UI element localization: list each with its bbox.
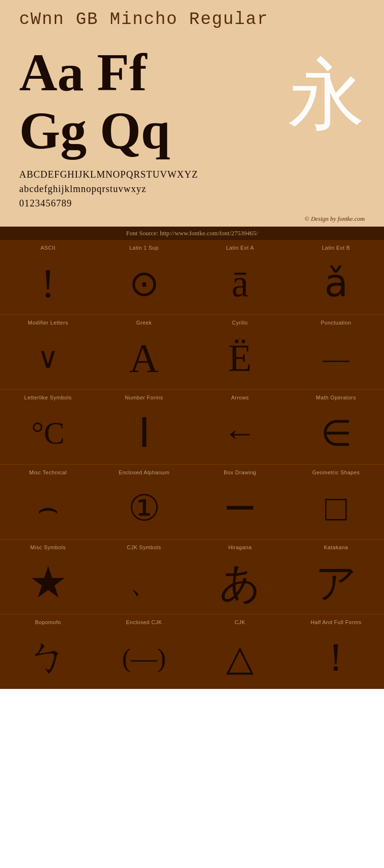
glyph-cell: Geometric Shapes□ xyxy=(288,465,384,539)
glyph-symbol: □ xyxy=(290,479,382,537)
glyph-cell: Enclosed CJK(—) xyxy=(96,615,192,689)
font-title: cWnn GB Mincho Regular xyxy=(19,10,365,29)
credit-section: © Design by fontke.com xyxy=(0,213,384,227)
glyph-cell: Number FormsⅠ xyxy=(96,390,192,464)
glyph-grid: ASCII!Latin 1 Sup⊙Latin Ext AāLatin Ext … xyxy=(0,240,384,689)
glyph-symbol: °C xyxy=(2,404,94,462)
glyph-label: Box Drawing xyxy=(224,470,256,475)
glyph-label: Greek xyxy=(136,320,152,326)
glyph-label: Letterlike Symbols xyxy=(24,395,72,400)
source-text: Font Source: http://www.fontke.com/font/… xyxy=(126,229,258,237)
glyph-symbol: ア xyxy=(290,554,382,612)
glyph-cell: Hiraganaあ xyxy=(192,540,288,614)
glyph-cell: Bopomofoㄅ xyxy=(0,615,96,689)
glyph-cell: Half And Full Forms！ xyxy=(288,615,384,689)
glyph-cell: Box Drawing━━ xyxy=(192,465,288,539)
digits: 0123456789 xyxy=(19,196,365,210)
glyph-cell: CJK Symbols、 xyxy=(96,540,192,614)
glyph-cell: Math Operators∈ xyxy=(288,390,384,464)
glyph-cell: Latin Ext Bǎ xyxy=(288,240,384,314)
glyph-symbol: ! xyxy=(2,254,94,312)
glyph-cell: ASCII! xyxy=(0,240,96,314)
glyph-cell: Misc Technical⌢ xyxy=(0,465,96,539)
glyph-label: Geometric Shapes xyxy=(312,470,360,475)
glyph-label: Latin 1 Sup xyxy=(129,245,158,251)
glyph-symbol: あ xyxy=(194,554,286,612)
glyph-label: Enclosed Alphanum xyxy=(119,470,169,475)
glyph-cell: Latin Ext Aā xyxy=(192,240,288,314)
glyph-symbol: — xyxy=(290,329,382,387)
glyph-cell: Punctuation— xyxy=(288,315,384,389)
glyph-symbol: ∨ xyxy=(2,329,94,387)
glyph-cell: Misc Symbols★ xyxy=(0,540,96,614)
glyph-cell: Katakanaア xyxy=(288,540,384,614)
glyph-symbol: ★ xyxy=(2,554,94,612)
glyph-label: Hiragana xyxy=(228,544,252,550)
glyph-label: Misc Symbols xyxy=(30,544,66,550)
glyph-symbol: 、 xyxy=(98,554,190,612)
glyph-label: Punctuation xyxy=(321,320,351,326)
glyph-symbol: (—) xyxy=(98,629,190,687)
lowercase-alphabet: abcdefghijklmnopqrstuvwxyz xyxy=(19,181,365,196)
glyph-symbol: Ё xyxy=(194,329,286,387)
glyph-label: Arrows xyxy=(231,395,249,400)
glyph-symbol: ǎ xyxy=(290,254,382,312)
glyph-symbol: ⊙ xyxy=(98,254,190,312)
preview-area: Aa Ff Gg Qq 永 xyxy=(0,39,384,165)
glyph-label: Number Forms xyxy=(125,395,163,400)
source-bar: Font Source: http://www.fontke.com/font/… xyxy=(0,227,384,240)
glyph-symbol: ā xyxy=(194,254,286,312)
glyph-symbol: ！ xyxy=(290,629,382,687)
glyph-cell: Arrows← xyxy=(192,390,288,464)
credit-text: © Design by fontke.com xyxy=(305,215,365,222)
glyph-cell: Enclosed Alphanum① xyxy=(96,465,192,539)
uppercase-alphabet: ABCDEFGHIJKLMNOPQRSTUVWXYZ xyxy=(19,167,365,181)
glyph-symbol: Α xyxy=(98,329,190,387)
glyph-symbol: △ xyxy=(194,629,286,687)
glyph-label: ASCII xyxy=(40,245,55,251)
glyph-symbol: ← xyxy=(194,404,286,462)
glyph-label: Katakana xyxy=(324,544,348,550)
glyph-symbol: ⌢ xyxy=(2,479,94,537)
glyph-cell: CyrilicЁ xyxy=(192,315,288,389)
glyphs-section: ASCII!Latin 1 Sup⊙Latin Ext AāLatin Ext … xyxy=(0,240,384,689)
glyph-symbol: ∈ xyxy=(290,404,382,462)
glyph-label: Bopomofo xyxy=(35,619,61,625)
glyph-symbol: ㄅ xyxy=(2,629,94,687)
glyph-symbol: Ⅰ xyxy=(98,404,190,462)
glyph-label: Latin Ext B xyxy=(322,245,350,251)
glyph-label: Latin Ext A xyxy=(226,245,254,251)
glyph-cell: GreekΑ xyxy=(96,315,192,389)
alphabet-section: ABCDEFGHIJKLMNOPQRSTUVWXYZ abcdefghijklm… xyxy=(0,165,384,213)
glyph-cell: CJK△ xyxy=(192,615,288,689)
glyph-cell: Latin 1 Sup⊙ xyxy=(96,240,192,314)
glyph-symbol: ① xyxy=(98,479,190,537)
glyph-label: Misc Technical xyxy=(29,470,67,475)
glyph-label: CJK Symbols xyxy=(127,544,161,550)
glyph-cell: Modifier Letters∨ xyxy=(0,315,96,389)
glyph-label: Enclosed CJK xyxy=(126,619,162,625)
glyph-label: Modifier Letters xyxy=(28,320,68,326)
glyph-cell: Letterlike Symbols°C xyxy=(0,390,96,464)
glyph-label: CJK xyxy=(235,619,245,625)
chinese-character: 永 xyxy=(288,44,365,147)
glyph-label: Half And Full Forms xyxy=(311,619,361,625)
glyph-symbol: ━━ xyxy=(194,479,286,537)
glyph-label: Cyrilic xyxy=(232,320,248,326)
glyph-label: Math Operators xyxy=(316,395,356,400)
